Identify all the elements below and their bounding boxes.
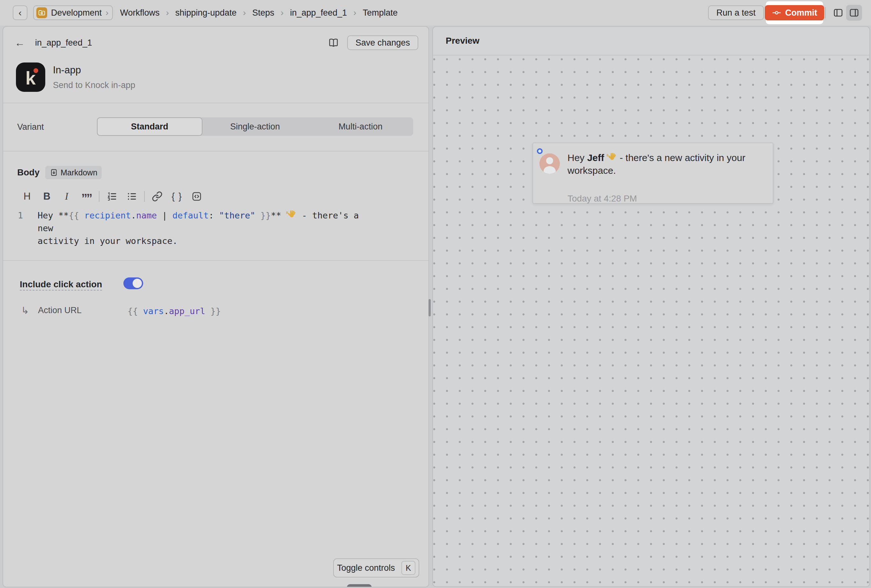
- commit-button-label: Commit: [785, 8, 817, 18]
- body-label: Body: [17, 168, 39, 178]
- back-to-step-button[interactable]: ←: [15, 37, 25, 48]
- code-block-icon: [191, 191, 202, 202]
- toolbar-divider: [99, 191, 99, 202]
- toggle-right-panel-button[interactable]: [846, 5, 862, 21]
- breadcrumb-workflow-name[interactable]: shipping-update: [175, 8, 236, 18]
- preview-panel: Preview Hey Jeff - there's a new activit…: [432, 26, 870, 587]
- keyboard-shortcut-k: K: [401, 561, 415, 575]
- section-divider: [3, 151, 428, 151]
- notification-timestamp: Today at 4:28 PM: [567, 193, 637, 204]
- arrow-left-icon: ←: [15, 37, 25, 48]
- panel-left-icon: [832, 7, 844, 18]
- commit-spotlight-highlight: Commit: [766, 1, 823, 24]
- ordered-list-button[interactable]: [102, 189, 122, 204]
- notification-preview-card: Hey Jeff - there's a new activity in you…: [533, 142, 774, 204]
- variant-segmented-control: Standard Single-action Multi-action: [97, 117, 413, 136]
- variant-option-standard[interactable]: Standard: [97, 117, 202, 136]
- template-editor-panel: ← in_app_feed_1 Save changes k In-app Se…: [3, 26, 429, 587]
- blockquote-button[interactable]: ””: [76, 191, 96, 206]
- include-click-action-label: Include click action: [20, 279, 102, 290]
- code-block-button[interactable]: [187, 189, 207, 204]
- environment-folder-icon: [36, 7, 47, 18]
- ordered-list-icon: [106, 191, 117, 202]
- variant-option-multi-action[interactable]: Multi-action: [308, 117, 413, 136]
- breadcrumb-separator: ›: [243, 8, 246, 17]
- avatar-head: [546, 157, 553, 164]
- preview-canvas: Hey Jeff - there's a new activity in you…: [433, 56, 870, 587]
- action-url-value[interactable]: {{ vars.app_url }}: [127, 305, 221, 317]
- breadcrumb-template[interactable]: Template: [363, 8, 398, 18]
- include-click-action-toggle[interactable]: [123, 277, 143, 289]
- knock-template-editor-screen: ‹ Development › Workflows › shipping-upd…: [0, 0, 871, 588]
- git-commit-icon: [772, 8, 781, 18]
- breadcrumb-separator: ›: [281, 8, 283, 17]
- code-line-2: activity in your workspace.: [37, 235, 376, 247]
- save-changes-button[interactable]: Save changes: [347, 35, 418, 50]
- line-number: 1: [3, 209, 37, 235]
- breadcrumb-steps[interactable]: Steps: [252, 8, 274, 18]
- italic-button[interactable]: I: [57, 189, 76, 204]
- topbar-divider: [825, 7, 826, 18]
- avatar-body: [543, 166, 556, 174]
- channel-text: In-app Send to Knock in-app: [53, 63, 135, 92]
- bold-button[interactable]: B: [37, 189, 57, 204]
- commit-button[interactable]: Commit: [765, 5, 825, 20]
- link-button[interactable]: [147, 189, 167, 204]
- history-back-button[interactable]: ‹: [13, 5, 27, 20]
- panel-right-icon: [849, 7, 860, 18]
- unread-indicator: [537, 148, 543, 154]
- bullet-list-icon: [126, 191, 137, 202]
- action-url-label: Action URL: [38, 305, 82, 316]
- action-url-row: ↳ Action URL: [21, 305, 82, 316]
- knock-logo-dot: [33, 68, 38, 73]
- docs-button[interactable]: [326, 35, 341, 50]
- section-divider: [3, 260, 428, 261]
- breadcrumb-separator: ›: [353, 8, 356, 17]
- link-icon: [152, 191, 163, 202]
- editor-header-actions: Save changes: [326, 35, 418, 50]
- wave-emoji: [607, 153, 617, 163]
- panel-resize-handle[interactable]: [428, 299, 431, 316]
- breadcrumb-workflows[interactable]: Workflows: [120, 8, 159, 18]
- toolbar-divider: [144, 191, 145, 202]
- topbar: ‹ Development › Workflows › shipping-upd…: [0, 0, 871, 25]
- toggle-controls-label: Toggle controls: [337, 563, 395, 573]
- bullet-list-button[interactable]: [122, 189, 142, 204]
- code-line: 1 Hey **{{ recipient.name | default: "th…: [3, 209, 428, 235]
- channel-header: k In-app Send to Knock in-app: [16, 63, 135, 92]
- variant-label: Variant: [17, 122, 44, 132]
- chevron-left-icon: ‹: [18, 8, 22, 18]
- hidden-tooltip-peek: [347, 584, 372, 587]
- chevron-right-icon: ›: [106, 8, 108, 17]
- code-line: activity in your workspace.: [3, 235, 428, 247]
- markdown-format-badge[interactable]: Markdown: [45, 166, 102, 179]
- wave-emoji: [286, 210, 296, 220]
- preview-header: Preview: [433, 27, 870, 55]
- toggle-left-panel-button[interactable]: [830, 5, 846, 21]
- run-a-test-button[interactable]: Run a test: [708, 5, 764, 20]
- environment-selector[interactable]: Development ›: [33, 5, 113, 20]
- code-line-1: Hey **{{ recipient.name | default: "ther…: [37, 209, 376, 235]
- toggle-knob: [133, 279, 142, 288]
- avatar: [539, 153, 560, 174]
- step-name: in_app_feed_1: [35, 38, 92, 48]
- variable-button[interactable]: { }: [167, 189, 187, 204]
- section-divider: [3, 103, 428, 103]
- breadcrumb: Workflows › shipping-update › Steps › in…: [120, 8, 398, 18]
- breadcrumb-step-name[interactable]: in_app_feed_1: [290, 8, 347, 18]
- markdown-badge-label: Markdown: [61, 168, 97, 177]
- breadcrumb-separator: ›: [166, 8, 169, 17]
- variant-option-single-action[interactable]: Single-action: [202, 117, 308, 136]
- environment-label: Development: [51, 8, 102, 18]
- body-code-editor[interactable]: 1 Hey **{{ recipient.name | default: "th…: [3, 209, 428, 247]
- knock-logo: k: [16, 63, 45, 92]
- notification-message: Hey Jeff - there's a new activity in you…: [567, 151, 763, 177]
- channel-description: Send to Knock in-app: [53, 80, 135, 90]
- channel-name: In-app: [53, 64, 135, 76]
- editor-panel-header: ← in_app_feed_1 Save changes: [15, 34, 418, 51]
- heading-button[interactable]: H: [17, 189, 37, 204]
- line-number-empty: [3, 235, 37, 247]
- corner-arrow-icon: ↳: [21, 305, 29, 316]
- markdown-file-icon: [50, 168, 58, 177]
- toggle-controls-button[interactable]: Toggle controls K: [333, 558, 419, 578]
